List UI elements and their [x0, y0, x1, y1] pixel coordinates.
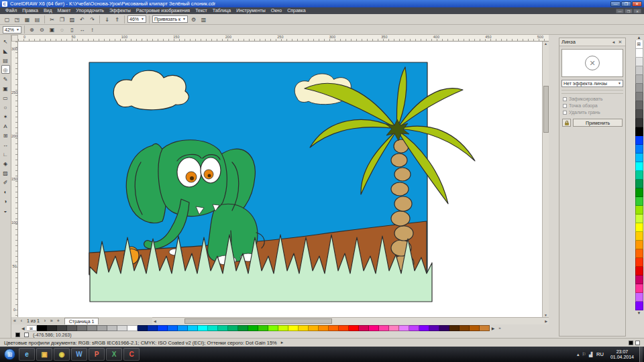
- export-icon[interactable]: ⇑: [113, 15, 121, 23]
- doc-close-button[interactable]: ✕: [633, 9, 641, 13]
- zoom-in-icon[interactable]: ⊕: [28, 25, 36, 34]
- shape-tool-icon[interactable]: ◣: [1, 46, 10, 55]
- color-swatch[interactable]: [37, 325, 47, 331]
- dimension-tool-icon[interactable]: ↔: [1, 140, 10, 149]
- menu-view[interactable]: Вид: [41, 7, 55, 14]
- zoom-page-width-icon[interactable]: ↔: [78, 25, 87, 34]
- doc-restore-button[interactable]: ❐: [625, 9, 633, 13]
- snap-to-dropdown[interactable]: Привязать к ▼: [152, 15, 188, 23]
- taskbar-app-coreldraw[interactable]: C: [123, 348, 140, 361]
- color-swatch[interactable]: [198, 325, 208, 331]
- color-swatch[interactable]: [439, 325, 449, 331]
- swatch-v-item[interactable]: ⊠: [635, 40, 643, 49]
- color-swatch[interactable]: [208, 325, 218, 331]
- fill-tool-icon[interactable]: ◑: [1, 196, 10, 205]
- zoom-page-height-icon[interactable]: ↕: [88, 25, 97, 34]
- color-swatch[interactable]: [429, 325, 439, 331]
- menu-tools[interactable]: Инструменты: [233, 7, 268, 14]
- print-icon[interactable]: ▤: [33, 15, 42, 23]
- connector-tool-icon[interactable]: ∟: [1, 149, 10, 158]
- horizontal-scrollbar[interactable]: ◀ ▶: [152, 317, 549, 324]
- color-swatch[interactable]: [117, 325, 127, 331]
- docker-close-icon[interactable]: ✕: [617, 40, 623, 45]
- palette-scroll-up-icon[interactable]: ▲: [637, 35, 641, 40]
- color-swatch[interactable]: [158, 325, 168, 331]
- taskbar-app-powerpoint[interactable]: P: [89, 348, 105, 361]
- scroll-left-icon[interactable]: ◀: [152, 319, 158, 323]
- color-swatch[interactable]: [635, 66, 643, 75]
- close-button[interactable]: ✕: [632, 1, 642, 7]
- color-swatch[interactable]: [635, 119, 643, 127]
- color-swatch[interactable]: [635, 276, 643, 284]
- color-swatch[interactable]: [635, 84, 643, 93]
- page-tab[interactable]: Страница 1: [64, 318, 99, 324]
- color-swatch[interactable]: [635, 75, 643, 84]
- start-button[interactable]: ⊞: [4, 349, 15, 360]
- rectangle-tool-icon[interactable]: ▭: [1, 93, 10, 102]
- smart-fill-tool-icon[interactable]: ▣: [1, 84, 10, 93]
- hidden-icons-arrow-icon[interactable]: ▴: [577, 352, 580, 357]
- zoom-level-combo[interactable]: 46% ▼: [127, 15, 146, 23]
- color-swatch[interactable]: [635, 93, 643, 101]
- zoom-percent-combo[interactable]: 42% ▼: [3, 26, 21, 34]
- color-swatch[interactable]: [349, 325, 359, 331]
- palette-expand-icon[interactable]: »: [496, 326, 502, 330]
- color-swatch[interactable]: [635, 101, 643, 110]
- color-swatch[interactable]: [635, 49, 643, 58]
- color-swatch[interactable]: [635, 258, 643, 267]
- color-swatch[interactable]: [127, 325, 138, 331]
- color-swatch[interactable]: [635, 136, 643, 145]
- color-swatch[interactable]: [359, 325, 369, 331]
- menu-file[interactable]: Файл: [3, 7, 19, 14]
- save-icon[interactable]: ▦: [23, 15, 32, 23]
- color-swatch[interactable]: [268, 325, 278, 331]
- paste-icon[interactable]: ▨: [68, 15, 76, 23]
- viewpoint-checkbox[interactable]: [563, 104, 567, 108]
- color-swatch[interactable]: [635, 58, 643, 66]
- add-page-button[interactable]: +: [55, 318, 62, 323]
- color-swatch[interactable]: [258, 325, 268, 331]
- crop-tool-icon[interactable]: ▤: [1, 56, 10, 64]
- apply-lock-button[interactable]: [562, 119, 571, 127]
- color-swatch[interactable]: [329, 325, 339, 331]
- status-expand-icon[interactable]: ▸: [281, 340, 284, 345]
- scroll-up-icon[interactable]: ▲: [543, 42, 549, 46]
- minimize-button[interactable]: —: [610, 1, 621, 7]
- color-swatch[interactable]: [635, 127, 643, 136]
- pick-tool-icon[interactable]: ↖: [1, 37, 10, 46]
- menu-effects[interactable]: Эффекты: [107, 7, 133, 14]
- color-swatch[interactable]: [635, 267, 643, 276]
- table-tool-icon[interactable]: ⊞: [1, 131, 10, 139]
- undo-icon[interactable]: ↶: [78, 15, 87, 23]
- color-swatch[interactable]: [635, 302, 643, 310]
- color-swatch[interactable]: [635, 162, 643, 171]
- polygon-tool-icon[interactable]: ✶: [1, 112, 10, 121]
- first-page-button[interactable]: «: [11, 318, 18, 323]
- color-swatch[interactable]: [635, 171, 643, 180]
- color-swatch[interactable]: [369, 325, 379, 331]
- copy-icon[interactable]: ❐: [58, 15, 66, 23]
- scroll-right-icon[interactable]: ▶: [543, 319, 549, 323]
- color-swatch[interactable]: [635, 206, 643, 215]
- doc-minimize-button[interactable]: —: [616, 9, 624, 13]
- apply-button[interactable]: Применить: [573, 119, 623, 127]
- color-swatch[interactable]: [339, 325, 349, 331]
- outline-color-indicator[interactable]: [24, 333, 29, 337]
- import-icon[interactable]: ⇓: [103, 15, 111, 23]
- color-swatch[interactable]: [635, 110, 643, 119]
- action-center-flag-icon[interactable]: ⚐: [582, 352, 586, 357]
- horizontal-scrollbar-thumb[interactable]: [184, 318, 332, 324]
- freehand-tool-icon[interactable]: ✎: [1, 74, 10, 83]
- taskbar-app-chrome[interactable]: ◉: [54, 348, 70, 361]
- color-swatch[interactable]: [228, 325, 238, 331]
- color-swatch[interactable]: [399, 325, 409, 331]
- color-swatch[interactable]: [218, 325, 228, 331]
- color-swatch[interactable]: [288, 325, 299, 331]
- previous-page-button[interactable]: ‹: [18, 318, 25, 323]
- effects-tool-icon[interactable]: ◈: [1, 159, 10, 168]
- application-launcher-icon[interactable]: ▥: [199, 15, 208, 23]
- drawing-canvas[interactable]: [18, 42, 542, 317]
- interactive-fill-tool-icon[interactable]: ◒: [1, 206, 10, 215]
- horizontal-ruler[interactable]: 050100150200250300350400450500: [18, 35, 549, 42]
- color-swatch[interactable]: [635, 215, 643, 223]
